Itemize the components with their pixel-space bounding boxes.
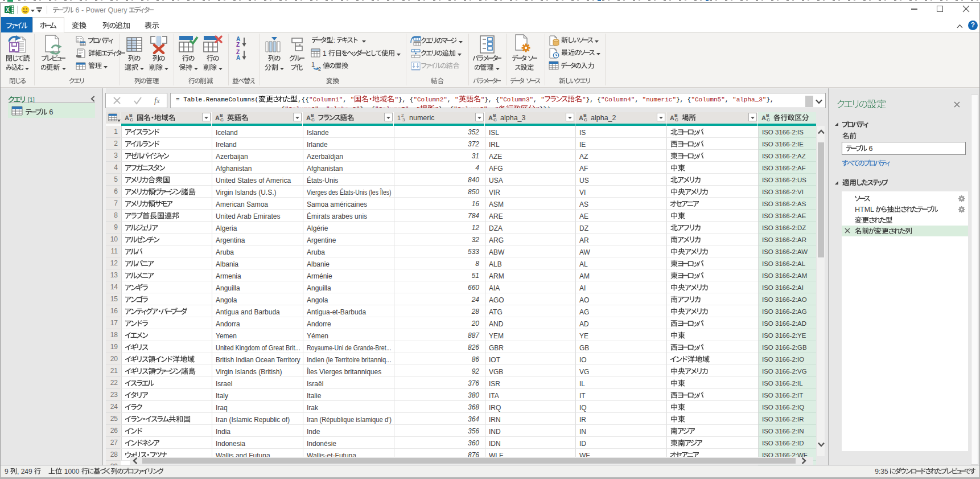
svg-text:A: A [236, 55, 240, 61]
svg-text:Z: Z [236, 42, 240, 48]
svg-text:1: 1 [311, 61, 315, 68]
svg-text:2: 2 [318, 66, 321, 71]
svg-text:X: X [6, 7, 10, 13]
